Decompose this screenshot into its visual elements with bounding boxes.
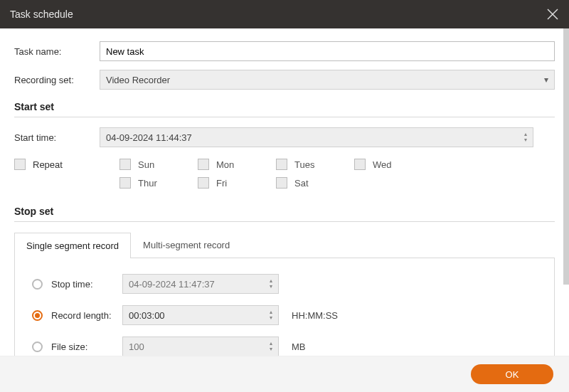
task-name-row: Task name: [14,41,555,61]
stop-time-value: 04-09-2024 11:47:37 [129,279,215,290]
spinner-arrows-icon[interactable]: ▴▾ [270,278,272,290]
day-sat[interactable]: Sat [276,177,354,189]
unit-hhmmss: HH:MM:SS [292,310,338,321]
day-thur[interactable]: Thur [119,177,198,189]
tab-multi-segment[interactable]: Multi-segment record [131,232,242,258]
repeat-toggle[interactable]: Repeat [14,159,119,170]
day-tues[interactable]: Tues [276,159,354,170]
stop-time-option: Stop time: 04-09-2024 11:47:37 ▴▾ [32,274,537,294]
content-area: Task name: Recording set: Video Recorder… [0,28,569,356]
divider [14,117,555,117]
file-size-label: File size: [51,341,122,352]
divider [14,221,555,222]
day-wed[interactable]: Wed [354,159,432,170]
stop-set-heading: Stop set [14,206,555,217]
title-bar: Task schedule [0,0,569,28]
record-length-value: 00:03:00 [129,310,165,321]
day-sun[interactable]: Sun [119,159,198,170]
file-size-value: 100 [129,341,144,352]
spinner-arrows-icon[interactable]: ▴▾ [270,341,272,352]
day-mon[interactable]: Mon [198,159,276,170]
checkbox-thur[interactable] [119,177,131,189]
radio-record-length[interactable] [32,310,43,321]
radio-file-size[interactable] [32,341,43,352]
record-length-label: Record length: [51,310,122,321]
start-time-value: 04-09-2024 11:44:37 [106,132,192,143]
tab-single-segment[interactable]: Single segment record [14,233,131,258]
close-icon[interactable] [546,8,559,21]
repeat-row: Repeat Sun Mon Tues Wed Thur Fri Sat [14,159,555,189]
recording-set-value: Video Recorder [106,75,170,85]
unit-mb: MB [292,341,306,352]
ok-button[interactable]: OK [471,364,553,384]
file-size-option: File size: 100 ▴▾ MB [32,337,537,356]
footer-bar: OK [0,356,569,392]
task-name-label: Task name: [14,46,100,57]
checkbox-fri[interactable] [198,177,209,189]
checkbox-tues[interactable] [276,159,287,170]
spinner-arrows-icon[interactable]: ▴▾ [524,132,527,143]
checkbox-sat[interactable] [276,177,287,189]
chevron-down-icon: ▾ [544,75,548,85]
checkbox-sun[interactable] [119,159,131,170]
repeat-checkbox[interactable] [14,159,26,170]
day-fri[interactable]: Fri [198,177,276,189]
start-set-heading: Start set [14,101,555,112]
days-grid: Sun Mon Tues Wed Thur Fri Sat [119,159,432,189]
start-time-label: Start time: [14,132,100,143]
spinner-arrows-icon[interactable]: ▴▾ [270,309,272,321]
file-size-input[interactable]: 100 ▴▾ [122,337,279,356]
record-length-option: Record length: 00:03:00 ▴▾ HH:MM:SS [32,305,537,325]
stop-time-label: Stop time: [51,279,122,290]
record-length-input[interactable]: 00:03:00 ▴▾ [122,305,279,325]
window-title: Task schedule [10,9,73,20]
recording-set-label: Recording set: [14,75,100,85]
start-time-input[interactable]: 04-09-2024 11:44:37 ▴▾ [100,127,533,147]
start-time-row: Start time: 04-09-2024 11:44:37 ▴▾ [14,127,555,147]
radio-stop-time[interactable] [32,279,43,290]
tab-body: Stop time: 04-09-2024 11:47:37 ▴▾ Record… [14,258,555,356]
stop-time-input[interactable]: 04-09-2024 11:47:37 ▴▾ [122,274,279,294]
repeat-label: Repeat [33,159,63,170]
recording-set-select[interactable]: Video Recorder ▾ [100,70,555,90]
checkbox-wed[interactable] [354,159,366,170]
checkbox-mon[interactable] [198,159,209,170]
stop-tabs: Single segment record Multi-segment reco… [14,232,555,258]
task-name-input[interactable] [100,41,555,61]
recording-set-row: Recording set: Video Recorder ▾ [14,70,555,90]
